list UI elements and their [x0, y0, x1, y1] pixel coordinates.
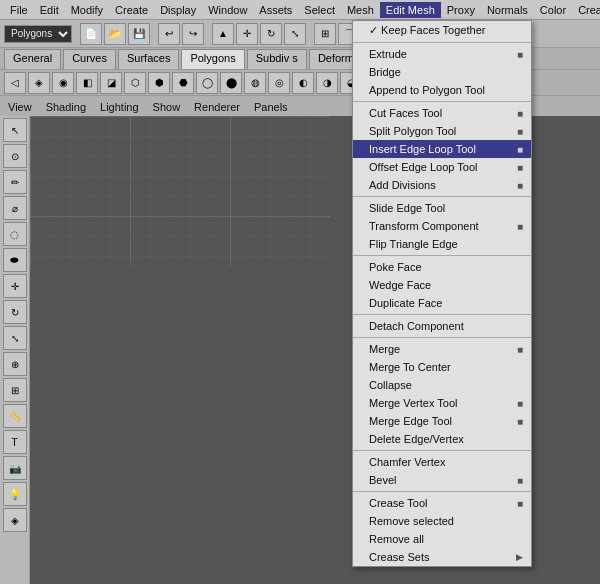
paint-btn[interactable]: ✏ — [3, 170, 27, 194]
menu-edit-mesh[interactable]: Edit Mesh — [380, 2, 441, 18]
dropdown-separator — [353, 450, 531, 451]
tool13-btn[interactable]: ◐ — [292, 72, 314, 94]
menu-normals[interactable]: Normals — [481, 2, 534, 18]
light-btn[interactable]: 💡 — [3, 482, 27, 506]
dropdown-item-cut-faces[interactable]: Cut Faces Tool■ — [353, 104, 531, 122]
dropdown-item-remove-selected[interactable]: Remove selected — [353, 512, 531, 530]
sub-panels[interactable]: Panels — [250, 99, 292, 115]
menu-window[interactable]: Window — [202, 2, 253, 18]
dropdown-item-crease-sets[interactable]: Crease Sets▶ — [353, 548, 531, 566]
dropdown-item-flip-triangle-edge[interactable]: Flip Triangle Edge — [353, 235, 531, 253]
dropdown-item-label: ✓ Keep Faces Together — [369, 24, 485, 37]
dropdown-item-poke-face[interactable]: Poke Face — [353, 258, 531, 276]
dropdown-item-bridge[interactable]: Bridge — [353, 63, 531, 81]
xform-btn[interactable]: ✛ — [3, 274, 27, 298]
dropdown-item-remove-all[interactable]: Remove all — [353, 530, 531, 548]
scale-tool-btn[interactable]: ⤡ — [3, 326, 27, 350]
tool1-btn[interactable]: ◁ — [4, 72, 26, 94]
dropdown-item-merge-to-center[interactable]: Merge To Center — [353, 358, 531, 376]
menu-file[interactable]: File — [4, 2, 34, 18]
select-btn[interactable]: ▲ — [212, 23, 234, 45]
dropdown-item-crease-tool[interactable]: Crease Tool■ — [353, 494, 531, 512]
tool4-btn[interactable]: ◧ — [76, 72, 98, 94]
dropdown-item-collapse[interactable]: Collapse — [353, 376, 531, 394]
menu-assets[interactable]: Assets — [253, 2, 298, 18]
shader-btn[interactable]: ◈ — [3, 508, 27, 532]
text-btn[interactable]: T — [3, 430, 27, 454]
tab-general[interactable]: General — [4, 49, 61, 69]
sub-view[interactable]: View — [4, 99, 36, 115]
soft-select-btn[interactable]: ◌ — [3, 222, 27, 246]
dropdown-item-append-to-polygon[interactable]: Append to Polygon Tool — [353, 81, 531, 99]
dropdown-item-transform-component[interactable]: Transform Component■ — [353, 217, 531, 235]
dropdown-item-add-divisions[interactable]: Add Divisions■ — [353, 176, 531, 194]
tab-subdivs[interactable]: Subdiv s — [247, 49, 307, 69]
rotate-tool-btn[interactable]: ↻ — [3, 300, 27, 324]
menu-modify[interactable]: Modify — [65, 2, 109, 18]
select-tool-btn[interactable]: ↖ — [3, 118, 27, 142]
undo-btn[interactable]: ↩ — [158, 23, 180, 45]
tool7-btn[interactable]: ⬢ — [148, 72, 170, 94]
menu-proxy[interactable]: Proxy — [441, 2, 481, 18]
dropdown-item-split-polygon[interactable]: Split Polygon Tool■ — [353, 122, 531, 140]
mode-select[interactable]: Polygons — [4, 25, 72, 43]
dropdown-item-merge-edge[interactable]: Merge Edge Tool■ — [353, 412, 531, 430]
tool10-btn[interactable]: ⬤ — [220, 72, 242, 94]
menu-color[interactable]: Color — [534, 2, 572, 18]
menu-display[interactable]: Display — [154, 2, 202, 18]
tool6-btn[interactable]: ⬡ — [124, 72, 146, 94]
camera-btn[interactable]: 📷 — [3, 456, 27, 480]
menu-create-uvs[interactable]: Create UVs — [572, 2, 600, 18]
redo-btn[interactable]: ↪ — [182, 23, 204, 45]
dropdown-item-delete-edge-vertex[interactable]: Delete Edge/Vertex — [353, 430, 531, 448]
move-btn[interactable]: ✛ — [236, 23, 258, 45]
sub-show[interactable]: Show — [149, 99, 185, 115]
dropdown-item-wedge-face[interactable]: Wedge Face — [353, 276, 531, 294]
tool14-btn[interactable]: ◑ — [316, 72, 338, 94]
tool8-btn[interactable]: ⬣ — [172, 72, 194, 94]
dropdown-item-merge-vertex[interactable]: Merge Vertex Tool■ — [353, 394, 531, 412]
tab-polygons[interactable]: Polygons — [181, 49, 244, 69]
tool3-btn[interactable]: ◉ — [52, 72, 74, 94]
sub-shading[interactable]: Shading — [42, 99, 90, 115]
menu-select[interactable]: Select — [298, 2, 341, 18]
save-btn[interactable]: 💾 — [128, 23, 150, 45]
dropdown-item-duplicate-face[interactable]: Duplicate Face — [353, 294, 531, 312]
tool12-btn[interactable]: ◎ — [268, 72, 290, 94]
dropdown-item-label: Slide Edge Tool — [369, 202, 445, 214]
dropdown-item-bevel[interactable]: Bevel■ — [353, 471, 531, 489]
new-scene-btn[interactable]: 📄 — [80, 23, 102, 45]
tab-surfaces[interactable]: Surfaces — [118, 49, 179, 69]
sculpt-btn[interactable]: ⌀ — [3, 196, 27, 220]
sub-lighting[interactable]: Lighting — [96, 99, 143, 115]
snap-grid-btn[interactable]: ⊞ — [314, 23, 336, 45]
sym-btn[interactable]: ⬬ — [3, 248, 27, 272]
menu-edit[interactable]: Edit — [34, 2, 65, 18]
tool2-btn[interactable]: ◈ — [28, 72, 50, 94]
sub-renderer[interactable]: Renderer — [190, 99, 244, 115]
dropdown-item-slide-edge[interactable]: Slide Edge Tool — [353, 199, 531, 217]
tool11-btn[interactable]: ◍ — [244, 72, 266, 94]
univ-manip-btn[interactable]: ⊕ — [3, 352, 27, 376]
tool9-btn[interactable]: ◯ — [196, 72, 218, 94]
tab-curves[interactable]: Curves — [63, 49, 116, 69]
dropdown-separator — [353, 42, 531, 43]
tool5-btn[interactable]: ◪ — [100, 72, 122, 94]
dropdown-item-extrude[interactable]: Extrude■ — [353, 45, 531, 63]
dropdown-item-chamfer-vertex[interactable]: Chamfer Vertex — [353, 453, 531, 471]
dropdown-shortcut: ■ — [517, 344, 523, 355]
dropdown-item-detach-component[interactable]: Detach Component — [353, 317, 531, 335]
open-btn[interactable]: 📂 — [104, 23, 126, 45]
measure-btn[interactable]: 📏 — [3, 404, 27, 428]
dropdown-item-keep-faces-together[interactable]: ✓ Keep Faces Together — [353, 21, 531, 40]
dropdown-item-insert-edge-loop[interactable]: Insert Edge Loop Tool■ — [353, 140, 531, 158]
snap-tool-btn[interactable]: ⊞ — [3, 378, 27, 402]
scale-btn[interactable]: ⤡ — [284, 23, 306, 45]
dropdown-item-merge[interactable]: Merge■ — [353, 340, 531, 358]
menu-mesh[interactable]: Mesh — [341, 2, 380, 18]
rotate-btn[interactable]: ↻ — [260, 23, 282, 45]
lasso-btn[interactable]: ⊙ — [3, 144, 27, 168]
dropdown-item-label: Cut Faces Tool — [369, 107, 442, 119]
dropdown-item-offset-edge-loop[interactable]: Offset Edge Loop Tool■ — [353, 158, 531, 176]
menu-create[interactable]: Create — [109, 2, 154, 18]
